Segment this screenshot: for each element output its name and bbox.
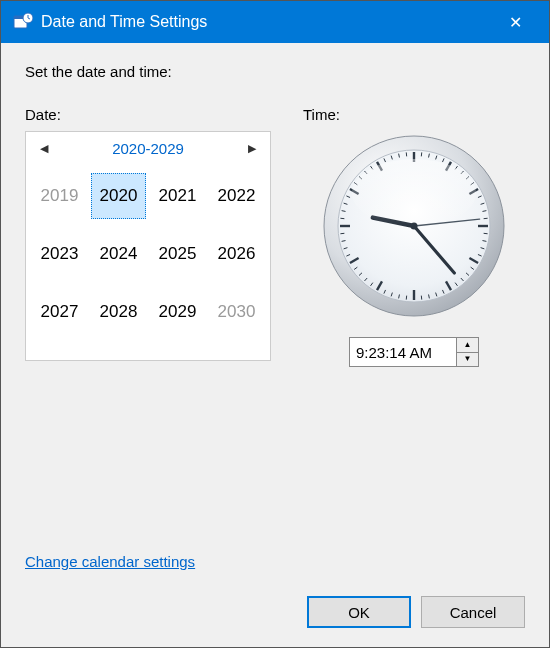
- change-calendar-settings-link[interactable]: Change calendar settings: [25, 553, 195, 570]
- calendar: ◀ 2020-2029 ▶ 20192020202120222023202420…: [25, 131, 271, 361]
- close-button[interactable]: ✕: [493, 1, 537, 43]
- calendar-year-cell[interactable]: 2025: [148, 225, 207, 283]
- prompt-label: Set the date and time:: [25, 63, 525, 80]
- ok-button[interactable]: OK: [307, 596, 411, 628]
- title-bar: Date and Time Settings ✕: [1, 1, 549, 43]
- calendar-year-cell[interactable]: 2026: [207, 225, 266, 283]
- calendar-year-cell[interactable]: 2027: [30, 283, 89, 341]
- calendar-year-cell[interactable]: 2019: [30, 167, 89, 225]
- calendar-year-cell[interactable]: 2021: [148, 167, 207, 225]
- calendar-year-cell[interactable]: 2024: [89, 225, 148, 283]
- analog-clock: [319, 131, 509, 321]
- calendar-grid: 2019202020212022202320242025202620272028…: [26, 167, 270, 347]
- app-icon: [13, 12, 33, 32]
- cancel-button[interactable]: Cancel: [421, 596, 525, 628]
- calendar-year-cell[interactable]: 2022: [207, 167, 266, 225]
- dialog-body: Set the date and time: Date: ◀ 2020-2029…: [1, 43, 549, 648]
- time-spinner: ▲ ▼: [457, 337, 479, 367]
- svg-point-69: [352, 159, 476, 227]
- calendar-year-cell[interactable]: 2020: [89, 167, 148, 225]
- calendar-year-cell[interactable]: 2028: [89, 283, 148, 341]
- calendar-year-cell[interactable]: 2029: [148, 283, 207, 341]
- date-section-label: Date:: [25, 106, 271, 123]
- calendar-prev-button[interactable]: ◀: [36, 140, 52, 157]
- time-spinner-down[interactable]: ▼: [457, 352, 478, 367]
- calendar-next-button[interactable]: ▶: [244, 140, 260, 157]
- time-input[interactable]: [349, 337, 457, 367]
- calendar-year-cell[interactable]: 2030: [207, 283, 266, 341]
- time-spinner-up[interactable]: ▲: [457, 338, 478, 352]
- time-section-label: Time:: [303, 106, 525, 123]
- calendar-year-cell[interactable]: 2023: [30, 225, 89, 283]
- calendar-title-button[interactable]: 2020-2029: [112, 140, 184, 157]
- window-title: Date and Time Settings: [41, 13, 493, 31]
